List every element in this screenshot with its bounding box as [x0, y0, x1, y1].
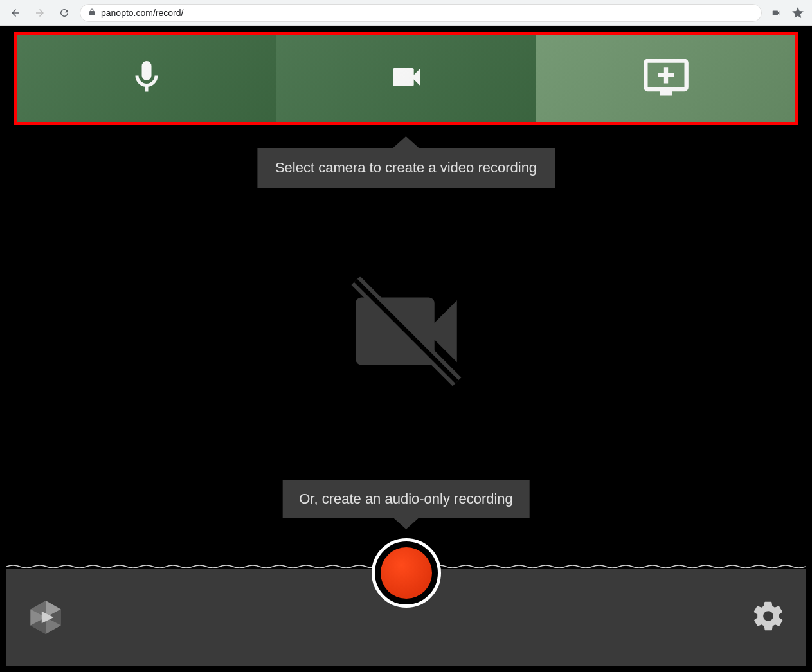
- panopto-logo-icon[interactable]: [26, 597, 66, 637]
- back-button[interactable]: [6, 4, 24, 22]
- video-source-tab[interactable]: [276, 35, 536, 122]
- url-text: panopto.com/record/: [101, 8, 183, 18]
- reload-button[interactable]: [55, 4, 73, 22]
- settings-button[interactable]: [750, 599, 786, 635]
- gear-icon: [751, 599, 786, 636]
- lock-icon: [88, 8, 96, 18]
- address-bar[interactable]: panopto.com/record/: [80, 4, 762, 22]
- record-indicator-icon: [381, 547, 432, 599]
- forward-button[interactable]: [31, 4, 49, 22]
- record-button[interactable]: [372, 538, 441, 608]
- browser-chrome: panopto.com/record/: [0, 0, 812, 26]
- recording-surface: Select camera to create a video recordin…: [6, 32, 806, 666]
- audio-only-tooltip: Or, create an audio-only recording: [282, 480, 530, 518]
- tooltip-text: Select camera to create a video recordin…: [275, 159, 537, 176]
- video-camera-icon: [381, 59, 432, 98]
- add-screen-icon: [634, 53, 698, 104]
- app-container: Select camera to create a video recordin…: [0, 26, 812, 672]
- source-tabs-highlight: [14, 32, 798, 125]
- screen-source-tab[interactable]: [536, 35, 795, 122]
- audio-source-tab[interactable]: [17, 35, 276, 122]
- microphone-icon: [127, 54, 166, 103]
- extension-camera-icon[interactable]: [768, 5, 784, 21]
- select-camera-tooltip: Select camera to create a video recordin…: [257, 148, 555, 188]
- bookmark-star-icon[interactable]: [790, 5, 806, 21]
- tooltip-text: Or, create an audio-only recording: [299, 491, 513, 507]
- no-camera-icon: [339, 264, 474, 401]
